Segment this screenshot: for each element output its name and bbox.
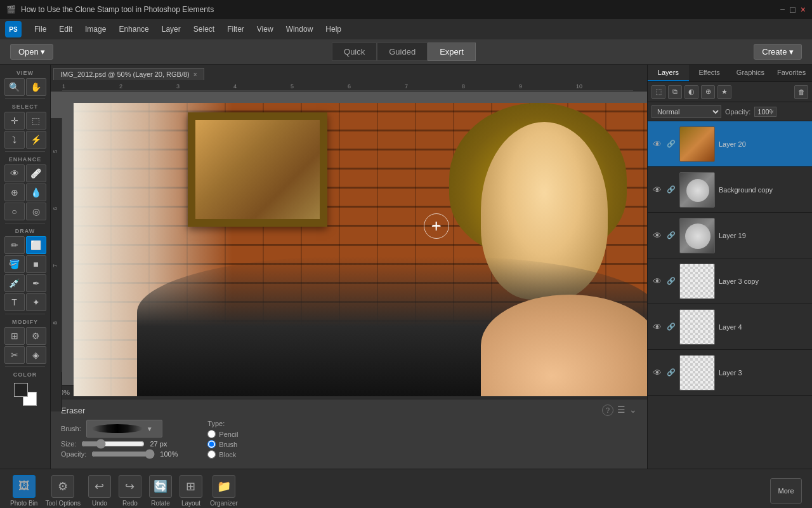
redeye-tool[interactable]: 👁 <box>4 164 25 182</box>
link-icon-layer20[interactable]: 🔗 <box>667 140 676 148</box>
pencil-radio[interactable] <box>207 430 216 438</box>
eyedropper-tool[interactable]: 💉 <box>4 274 25 292</box>
expand-icon[interactable]: ⌄ <box>629 404 637 416</box>
shape-tool[interactable]: ■ <box>26 255 46 273</box>
menu-view[interactable]: View <box>252 22 278 36</box>
block-radio[interactable] <box>207 450 216 458</box>
size-slider[interactable] <box>81 440 145 448</box>
brush-dropdown-arrow[interactable]: ▼ <box>147 425 153 432</box>
maximize-button[interactable]: □ <box>790 4 795 15</box>
move-tool[interactable]: ✛ <box>4 112 25 130</box>
pencil-tool[interactable]: ✒ <box>26 274 46 292</box>
visibility-icon-layer4[interactable]: 👁 <box>652 322 663 332</box>
visibility-icon-layer20[interactable]: 👁 <box>652 139 663 149</box>
menu-edit[interactable]: Edit <box>54 22 77 36</box>
delete-layer-icon[interactable]: 🗑 <box>794 85 808 99</box>
perspective-tool[interactable]: ◈ <box>26 346 46 364</box>
dodge-tool[interactable]: ○ <box>4 203 25 220</box>
foreground-color-swatch[interactable] <box>14 383 28 397</box>
photo-bin-button[interactable]: 🖼 Photo Bin <box>10 475 37 507</box>
create-button[interactable]: Create ▾ <box>754 44 802 60</box>
layer-item-layer19[interactable]: 👁 🔗 Layer 19 <box>648 213 812 258</box>
svg-text:7: 7 <box>405 83 408 90</box>
layer-item-layer20[interactable]: 👁 🔗 Layer 20 <box>648 121 812 167</box>
tab-close-icon[interactable]: × <box>193 71 197 78</box>
picture-frame <box>188 112 327 227</box>
tab-guided[interactable]: Guided <box>377 43 428 61</box>
menu-select[interactable]: Select <box>188 22 219 36</box>
canvas-viewport[interactable]: + <box>74 103 647 396</box>
duplicate-layer-icon[interactable]: ⧉ <box>668 85 682 99</box>
tab-expert[interactable]: Expert <box>428 43 476 61</box>
select-section-label: SELECT <box>3 101 48 111</box>
tool-options-button[interactable]: ⚙ Tool Options <box>45 475 81 507</box>
new-layer-icon[interactable]: ⬚ <box>652 85 665 99</box>
link-icon-layer3[interactable]: 🔗 <box>667 368 676 377</box>
help-icon[interactable]: ? <box>602 404 613 416</box>
zoom-tool[interactable]: 🔍 <box>4 78 25 96</box>
layout-button[interactable]: ⊞ Layout <box>180 475 202 507</box>
undo-button[interactable]: ↩ Undo <box>88 475 111 507</box>
list-view-icon[interactable]: ☰ <box>617 404 625 416</box>
opacity-slider[interactable] <box>91 450 155 458</box>
clone-stamp-tool[interactable]: ⊕ <box>4 184 25 201</box>
tab-effects[interactable]: Effects <box>689 65 730 81</box>
menu-window[interactable]: Window <box>281 22 318 36</box>
layer-style-icon[interactable]: ★ <box>717 85 731 99</box>
link-icon-layer4[interactable]: 🔗 <box>667 323 676 331</box>
blend-mode-select[interactable]: Normal Multiply Screen Overlay <box>652 105 721 118</box>
more-button[interactable]: More <box>770 478 802 504</box>
menu-help[interactable]: Help <box>320 22 346 36</box>
menu-enhance[interactable]: Enhance <box>114 22 154 36</box>
tab-layers[interactable]: Layers <box>648 65 689 81</box>
blur-tool[interactable]: 💧 <box>26 184 46 201</box>
redo-button[interactable]: ↪ Redo <box>119 475 141 507</box>
recompose-tool[interactable]: ⚙ <box>26 327 46 345</box>
link-icon-layer3copy[interactable]: 🔗 <box>667 277 676 285</box>
organizer-button[interactable]: 📁 Organizer <box>210 475 238 507</box>
visibility-icon-layer19[interactable]: 👁 <box>652 231 663 241</box>
text-tool[interactable]: T <box>4 293 25 311</box>
minimize-button[interactable]: − <box>780 4 785 15</box>
opacity-input-layers[interactable] <box>754 107 776 117</box>
tab-quick[interactable]: Quick <box>332 43 377 61</box>
custom-shape-tool[interactable]: ✦ <box>26 293 46 311</box>
crop-tool[interactable]: ⊞ <box>4 327 25 345</box>
menu-filter[interactable]: Filter <box>222 22 249 36</box>
link-icon-bgcopy[interactable]: 🔗 <box>667 185 676 194</box>
visibility-icon-layer3copy[interactable]: 👁 <box>652 276 663 286</box>
document-tab[interactable]: IMG_2012.psd @ 50% (Layer 20, RGB/8) × <box>53 68 204 80</box>
brush-tool[interactable]: ✏ <box>4 236 25 254</box>
selection-tool[interactable]: ⬚ <box>26 112 46 130</box>
lasso-tool[interactable]: ⤵ <box>4 131 25 149</box>
tab-favorites[interactable]: Favorites <box>771 65 812 81</box>
close-button[interactable]: × <box>801 4 806 15</box>
magic-wand-tool[interactable]: ⚡ <box>26 131 46 149</box>
layer-item-layer4[interactable]: 👁 🔗 Layer 4 <box>648 304 812 350</box>
sponge-tool[interactable]: ◎ <box>26 203 46 220</box>
menu-image[interactable]: Image <box>80 22 111 36</box>
foreground-background-colors[interactable] <box>14 383 37 406</box>
layer-item-layer3[interactable]: 👁 🔗 Layer 3 <box>648 350 812 396</box>
visibility-icon-layer3[interactable]: 👁 <box>652 368 663 378</box>
brush-radio[interactable] <box>207 440 216 448</box>
layer-item-layer3copy[interactable]: 👁 🔗 Layer 3 copy <box>648 258 812 304</box>
cookie-cutter-tool[interactable]: ✂ <box>4 346 25 364</box>
healing-tool[interactable]: 🩹 <box>26 164 46 182</box>
link-icon-layer19[interactable]: 🔗 <box>667 231 676 239</box>
menu-file[interactable]: File <box>29 22 51 36</box>
hand-tool[interactable]: ✋ <box>26 78 46 96</box>
layer-mask-icon[interactable]: ◐ <box>684 85 698 99</box>
visibility-icon-bgcopy[interactable]: 👁 <box>652 185 663 195</box>
color-section-label: COLOR <box>3 369 48 379</box>
layer-item-bgcopy[interactable]: 👁 🔗 Background copy <box>648 167 812 213</box>
tab-graphics[interactable]: Graphics <box>730 65 771 81</box>
adjustment-layer-icon[interactable]: ⊕ <box>701 85 715 99</box>
open-button[interactable]: Open ▾ <box>10 44 53 60</box>
brush-preview-box[interactable]: ▼ <box>86 420 162 438</box>
thumbnail-layer20 <box>679 126 715 162</box>
menu-layer[interactable]: Layer <box>157 22 186 36</box>
rotate-button[interactable]: 🔄 Rotate <box>149 475 172 507</box>
paint-bucket-tool[interactable]: 🪣 <box>4 255 25 273</box>
eraser-tool[interactable]: ⬜ <box>26 236 46 254</box>
